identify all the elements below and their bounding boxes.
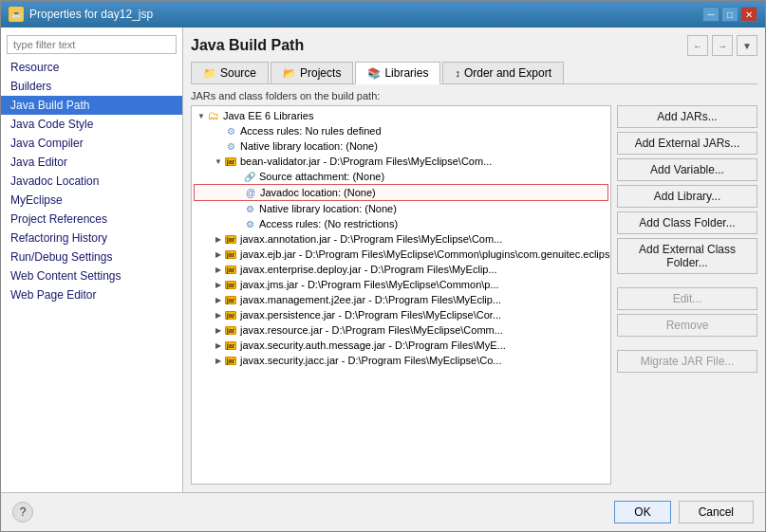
back-button[interactable]: ← [687, 35, 708, 56]
native-loc-label: Native library location: (None) [259, 203, 607, 214]
add-external-class-folder-button[interactable]: Add External Class Folder... [617, 238, 757, 274]
tree-item-access-rules-bean[interactable]: ▶ ⚙ Access rules: (No restrictions) [194, 216, 608, 231]
add-external-jars-button[interactable]: Add External JARs... [617, 132, 757, 155]
close-button[interactable]: ✕ [740, 7, 757, 22]
main-toolbar: ← → ▼ [687, 35, 757, 56]
javax-pers-label: javax.persistence.jar - D:\Program Files… [240, 309, 607, 321]
add-jars-button[interactable]: Add JARs... [617, 105, 757, 128]
tab-source[interactable]: 📁 Source [191, 62, 269, 83]
edit-button[interactable]: Edit... [617, 287, 757, 310]
javax-jms-jar-icon: jar [224, 278, 237, 291]
tree-item-bean-validator[interactable]: ▼ jar bean-validator.jar - D:\Program Fi… [194, 154, 608, 169]
dialog-footer: ? OK Cancel [1, 492, 765, 531]
tree-item-javadoc-location[interactable]: ▶ @ Javadoc location: (None) [194, 184, 608, 201]
javax-sec-auth-jar-icon: jar [224, 339, 237, 352]
native-loc-icon: ⚙ [243, 202, 256, 215]
sidebar-item-refactoring-history[interactable]: Refactoring History [1, 229, 182, 248]
footer-action-buttons: OK Cancel [614, 501, 754, 523]
tab-projects[interactable]: 📂 Projects [271, 62, 353, 83]
tree-item-javax-ejb[interactable]: ▶ jar javax.ejb.jar - D:\Program Files\M… [194, 247, 608, 262]
javadoc-loc-label: Javadoc location: (None) [260, 187, 606, 198]
remove-button[interactable]: Remove [617, 314, 757, 337]
menu-button[interactable]: ▼ [737, 35, 757, 56]
javax-ejb-arrow: ▶ [213, 248, 224, 260]
tab-bar: 📁 Source 📂 Projects 📚 Libraries ↕ Order … [191, 62, 757, 84]
tree-item-javax-management[interactable]: ▶ jar javax.management.j2ee.jar - D:\Pro… [194, 292, 608, 307]
javax-ent-jar-icon: jar [224, 263, 237, 276]
javax-sec-auth-arrow: ▶ [213, 339, 224, 351]
javax-ejb-label: javax.ejb.jar - D:\Program Files\MyEclip… [240, 248, 611, 260]
access-bean-label: Access rules: (No restrictions) [259, 218, 607, 229]
add-library-button[interactable]: Add Library... [617, 185, 757, 208]
cancel-button[interactable]: Cancel [679, 501, 754, 523]
sidebar-item-javadoc-location[interactable]: Javadoc Location [1, 172, 182, 191]
maximize-button[interactable]: □ [721, 7, 738, 22]
tree-item-access-rules[interactable]: ▶ ⚙ Access rules: No rules defined [194, 123, 608, 138]
sidebar-item-java-code-style[interactable]: Java Code Style [1, 115, 182, 134]
sidebar-item-myeclipse[interactable]: MyEclipse [1, 191, 182, 210]
bean-validator-arrow: ▼ [213, 156, 224, 167]
dialog: ☕ Properties for day12_jsp ─ □ ✕ Resourc… [0, 0, 766, 532]
tree-item-javax-persistence[interactable]: ▶ jar javax.persistence.jar - D:\Program… [194, 307, 608, 322]
source-attach-icon: 🔗 [243, 170, 256, 183]
javax-ent-label: javax.enterprise.deploy.jar - D:\Program… [240, 264, 607, 275]
tree-item-javax-enterprise[interactable]: ▶ jar javax.enterprise.deploy.jar - D:\P… [194, 262, 608, 277]
bean-validator-jar-icon: jar [224, 155, 237, 168]
main-title: Java Build Path [191, 37, 304, 54]
sidebar-item-java-editor[interactable]: Java Editor [1, 153, 182, 172]
content-area: ▼ 🗂 Java EE 6 Libraries ▶ ⚙ Access rules… [191, 105, 757, 485]
tree-item-javax-security-jacc[interactable]: ▶ jar javax.security.jacc.jar - D:\Progr… [194, 353, 608, 368]
sidebar-item-java-compiler[interactable]: Java Compiler [1, 134, 182, 153]
javax-sec-auth-label: javax.security.auth.message.jar - D:\Pro… [240, 339, 607, 351]
tree-panel[interactable]: ▼ 🗂 Java EE 6 Libraries ▶ ⚙ Access rules… [191, 105, 611, 485]
order-export-tab-icon: ↕ [455, 67, 460, 79]
javax-ejb-jar-icon: jar [224, 248, 237, 261]
main-header: Java Build Path ← → ▼ [191, 35, 757, 56]
javax-res-label: javax.resource.jar - D:\Program Files\My… [240, 324, 607, 336]
migrate-jar-button[interactable]: Migrate JAR File... [617, 350, 757, 373]
access-rules-label: Access rules: No rules defined [240, 125, 607, 137]
native-lib-label: Native library location: (None) [240, 140, 607, 152]
button-separator [617, 278, 757, 284]
tab-libraries-label: Libraries [384, 66, 428, 80]
source-attach-label: Source attachment: (None) [259, 171, 607, 182]
tree-item-javax-annotation[interactable]: ▶ jar javax.annotation.jar - D:\Program … [194, 231, 608, 247]
tree-item-native-lib-location[interactable]: ▶ ⚙ Native library location: (None) [194, 201, 608, 216]
tab-source-label: Source [220, 66, 256, 80]
tab-projects-label: Projects [300, 66, 341, 80]
ok-button[interactable]: OK [614, 501, 670, 523]
minimize-button[interactable]: ─ [702, 7, 719, 22]
javax-mgmt-arrow: ▶ [213, 294, 224, 305]
sidebar-item-project-references[interactable]: Project References [1, 210, 182, 229]
javax-ann-label: javax.annotation.jar - D:\Program Files\… [240, 233, 607, 245]
title-text: Properties for day12_jsp [29, 8, 153, 21]
main-panel: Java Build Path ← → ▼ 📁 Source 📂 Project… [183, 28, 765, 492]
javax-sec-jacc-label: javax.security.jacc.jar - D:\Program Fil… [240, 355, 607, 366]
sidebar-item-java-build-path[interactable]: Java Build Path [1, 96, 182, 115]
projects-tab-icon: 📂 [283, 67, 296, 80]
title-bar-left: ☕ Properties for day12_jsp [9, 7, 153, 22]
sidebar-item-web-page-editor[interactable]: Web Page Editor [1, 285, 182, 304]
tree-item-javax-jms[interactable]: ▶ jar javax.jms.jar - D:\Program Files\M… [194, 277, 608, 292]
sidebar-item-web-content-settings[interactable]: Web Content Settings [1, 266, 182, 285]
forward-button[interactable]: → [712, 35, 733, 56]
search-input[interactable] [7, 35, 177, 54]
tree-root-item[interactable]: ▼ 🗂 Java EE 6 Libraries [194, 108, 608, 123]
tab-order-export[interactable]: ↕ Order and Export [442, 62, 564, 83]
sidebar-item-builders[interactable]: Builders [1, 77, 182, 96]
add-class-folder-button[interactable]: Add Class Folder... [617, 211, 757, 234]
help-button[interactable]: ? [12, 502, 33, 523]
lib-folder-icon: 🗂 [207, 109, 220, 122]
libraries-tab-icon: 📚 [367, 67, 381, 80]
title-bar: ☕ Properties for day12_jsp ─ □ ✕ [1, 1, 765, 28]
tree-item-javax-resource[interactable]: ▶ jar javax.resource.jar - D:\Program Fi… [194, 322, 608, 338]
tree-item-javax-security-auth[interactable]: ▶ jar javax.security.auth.message.jar - … [194, 338, 608, 353]
add-variable-button[interactable]: Add Variable... [617, 158, 757, 181]
bean-validator-label: bean-validator.jar - D:\Program Files\My… [240, 156, 607, 167]
tree-item-source-attachment[interactable]: ▶ 🔗 Source attachment: (None) [194, 169, 608, 184]
tab-libraries[interactable]: 📚 Libraries [355, 62, 440, 84]
app-icon: ☕ [9, 7, 24, 22]
sidebar-item-resource[interactable]: Resource [1, 58, 182, 77]
sidebar-item-run-debug[interactable]: Run/Debug Settings [1, 248, 182, 266]
tree-item-native-lib[interactable]: ▶ ⚙ Native library location: (None) [194, 138, 608, 154]
